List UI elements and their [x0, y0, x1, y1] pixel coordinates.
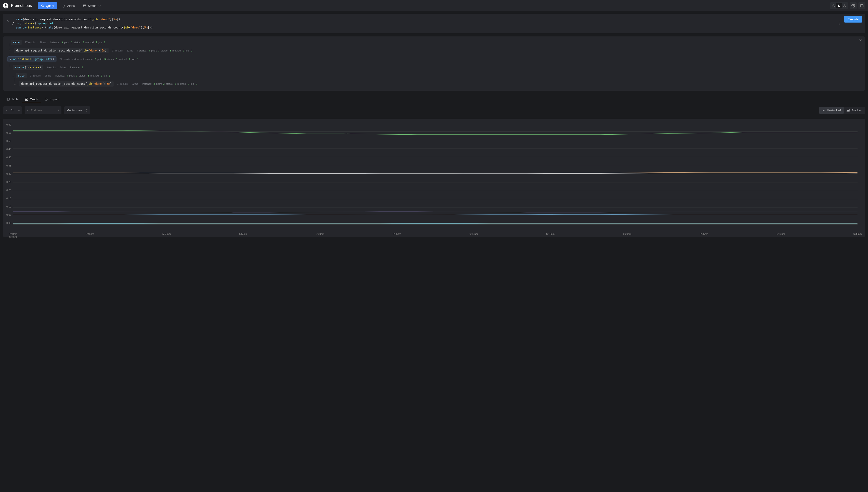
svg-point-15	[839, 21, 840, 22]
gear-icon	[851, 4, 855, 7]
tab-graph[interactable]: Graph	[22, 96, 41, 103]
svg-point-3	[42, 4, 43, 6]
info-icon	[44, 98, 48, 101]
svg-line-4	[43, 6, 44, 7]
end-time-control	[25, 106, 61, 114]
chart-icon	[25, 98, 28, 101]
svg-point-7	[84, 5, 84, 5]
nav-query[interactable]: Query	[38, 2, 57, 9]
bell-icon	[62, 4, 65, 7]
time-next-button[interactable]	[55, 106, 61, 114]
plot-area[interactable]: 5:40pm9/10/245:45pm5:50pm5:55pm6:00pm6:0…	[13, 123, 858, 232]
chevron-left-icon	[26, 109, 29, 112]
svg-point-11	[853, 5, 854, 6]
theme-dark[interactable]	[836, 3, 842, 8]
svg-point-10	[844, 4, 845, 6]
sun-icon	[832, 4, 835, 7]
table-icon	[6, 98, 10, 101]
user-icon	[843, 4, 846, 7]
graph-controls: − 1h + Medium res. Unstacked Stacked	[3, 106, 865, 114]
end-time-input[interactable]	[30, 109, 55, 112]
query-editor[interactable]: rate(demo_api_request_duration_seconds_c…	[3, 14, 865, 33]
y-axis: 0.600.550.500.450.400.350.300.250.200.15…	[6, 123, 13, 232]
kebab-icon	[839, 21, 840, 25]
theme-auto[interactable]	[842, 3, 847, 8]
execute-button[interactable]: Execute	[844, 16, 862, 23]
app-title: Prometheus	[11, 3, 32, 8]
unstacked-button[interactable]: Unstacked	[819, 107, 844, 114]
stacked-button[interactable]: Stacked	[844, 107, 865, 114]
chart-panel: 0.600.550.500.450.400.350.300.250.200.15…	[3, 119, 865, 237]
select-arrows-icon	[85, 109, 88, 112]
query-menu-button[interactable]	[838, 21, 840, 27]
server-icon	[83, 4, 86, 7]
stack-mode-toggle: Unstacked Stacked	[819, 107, 865, 114]
search-icon	[41, 4, 44, 7]
result-tabs: Table Graph Explain	[3, 96, 865, 103]
settings-button[interactable]	[850, 2, 857, 9]
svg-point-17	[839, 24, 840, 25]
svg-point-8	[84, 6, 84, 7]
nav-alerts[interactable]: Alerts	[59, 2, 78, 9]
time-prev-button[interactable]	[25, 106, 30, 114]
svg-rect-2	[5, 8, 7, 8]
logo: Prometheus	[3, 3, 32, 9]
query-tree-panel: rate 27 results–28ms–instance: 3 path: 3…	[3, 36, 865, 91]
resolution-select[interactable]: Medium res.	[64, 106, 90, 114]
range-decrease-button[interactable]: −	[3, 106, 9, 114]
moon-icon	[838, 4, 841, 7]
range-increase-button[interactable]: +	[16, 106, 22, 114]
range-value: 1h	[9, 109, 16, 112]
svg-point-26	[46, 99, 46, 99]
chevron-right-icon	[57, 109, 60, 112]
svg-rect-23	[25, 98, 28, 100]
svg-point-9	[833, 5, 834, 6]
svg-rect-1	[4, 7, 7, 7]
tab-explain[interactable]: Explain	[41, 96, 62, 103]
svg-rect-20	[7, 98, 9, 100]
app-header: Prometheus Query Alerts Status	[0, 0, 868, 11]
theme-toggle[interactable]	[830, 2, 848, 9]
time-range-control: − 1h +	[3, 106, 22, 114]
nav-status[interactable]: Status	[80, 2, 104, 9]
layout-icon	[860, 4, 864, 7]
chevron-down-icon	[98, 4, 101, 7]
tab-table[interactable]: Table	[3, 96, 22, 103]
svg-point-16	[839, 23, 840, 23]
area-chart-icon	[846, 109, 850, 112]
theme-light[interactable]	[831, 3, 836, 8]
line-chart-icon	[822, 109, 825, 112]
query-text[interactable]: rate(demo_api_request_duration_seconds_c…	[12, 16, 836, 31]
prompt-icon	[6, 19, 10, 22]
prometheus-icon	[3, 3, 9, 9]
panels-button[interactable]	[859, 2, 865, 9]
